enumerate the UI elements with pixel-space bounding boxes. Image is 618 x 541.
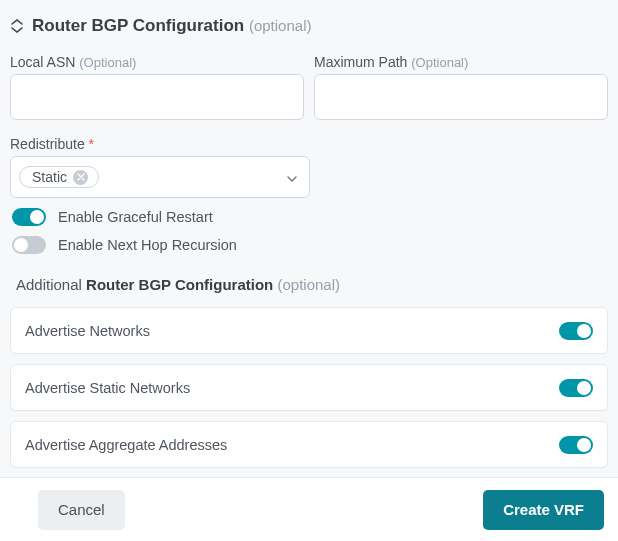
toggle-advertise-static-networks[interactable] xyxy=(559,379,593,397)
maximum-path-label: Maximum Path (Optional) xyxy=(314,54,608,70)
maximum-path-optional: (Optional) xyxy=(411,55,468,70)
redistribute-label-text: Redistribute xyxy=(10,136,85,152)
row-label: Advertise Aggregate Addresses xyxy=(25,437,227,453)
section-header: Router BGP Configuration (optional) xyxy=(10,16,608,36)
footer: Cancel Create VRF xyxy=(0,477,618,541)
row-advertise-aggregate-addresses[interactable]: Advertise Aggregate Addresses xyxy=(10,421,608,468)
cancel-button[interactable]: Cancel xyxy=(38,490,125,530)
toggle-advertise-aggregate-addresses[interactable] xyxy=(559,436,593,454)
section-title-optional: (optional) xyxy=(249,17,312,34)
redistribute-chip-static: Static xyxy=(19,166,99,188)
redistribute-label: Redistribute * xyxy=(10,136,608,152)
local-asn-input[interactable] xyxy=(10,74,304,120)
row-advertise-networks[interactable]: Advertise Networks xyxy=(10,307,608,354)
section-title: Router BGP Configuration (optional) xyxy=(32,16,311,36)
toggle-advertise-networks[interactable] xyxy=(559,322,593,340)
create-vrf-button[interactable]: Create VRF xyxy=(483,490,604,530)
maximum-path-label-text: Maximum Path xyxy=(314,54,407,70)
bgp-config-form: Router BGP Configuration (optional) Loca… xyxy=(0,0,618,477)
collapse-icon[interactable] xyxy=(10,19,24,33)
row-label: Advertise Static Networks xyxy=(25,380,190,396)
redistribute-select[interactable]: Static xyxy=(10,156,310,198)
graceful-restart-label: Enable Graceful Restart xyxy=(58,209,213,225)
maximum-path-input[interactable] xyxy=(314,74,608,120)
chip-remove-icon[interactable] xyxy=(73,170,88,185)
toggle-graceful-restart[interactable] xyxy=(12,208,46,226)
local-asn-label: Local ASN (Optional) xyxy=(10,54,304,70)
required-asterisk: * xyxy=(89,136,94,152)
subsection-optional: (optional) xyxy=(277,276,340,293)
subsection-prefix: Additional xyxy=(16,276,82,293)
row-advertise-static-networks[interactable]: Advertise Static Networks xyxy=(10,364,608,411)
subsection-header: Additional Router BGP Configuration (opt… xyxy=(16,276,608,293)
row-label: Advertise Networks xyxy=(25,323,150,339)
chip-label: Static xyxy=(32,169,67,185)
local-asn-label-text: Local ASN xyxy=(10,54,75,70)
caret-down-icon xyxy=(287,168,297,186)
toggle-next-hop-recursion[interactable] xyxy=(12,236,46,254)
local-asn-optional: (Optional) xyxy=(79,55,136,70)
next-hop-recursion-label: Enable Next Hop Recursion xyxy=(58,237,237,253)
section-title-text: Router BGP Configuration xyxy=(32,16,244,35)
subsection-strong: Router BGP Configuration xyxy=(86,276,273,293)
